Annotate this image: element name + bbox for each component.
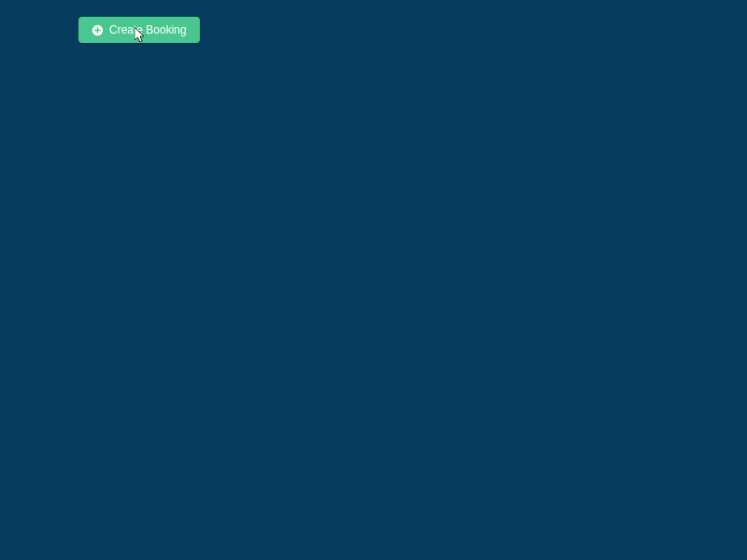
- create-booking-button[interactable]: Create Booking: [78, 17, 200, 43]
- plus-circle-icon: [92, 24, 104, 36]
- create-booking-label: Create Booking: [109, 23, 187, 36]
